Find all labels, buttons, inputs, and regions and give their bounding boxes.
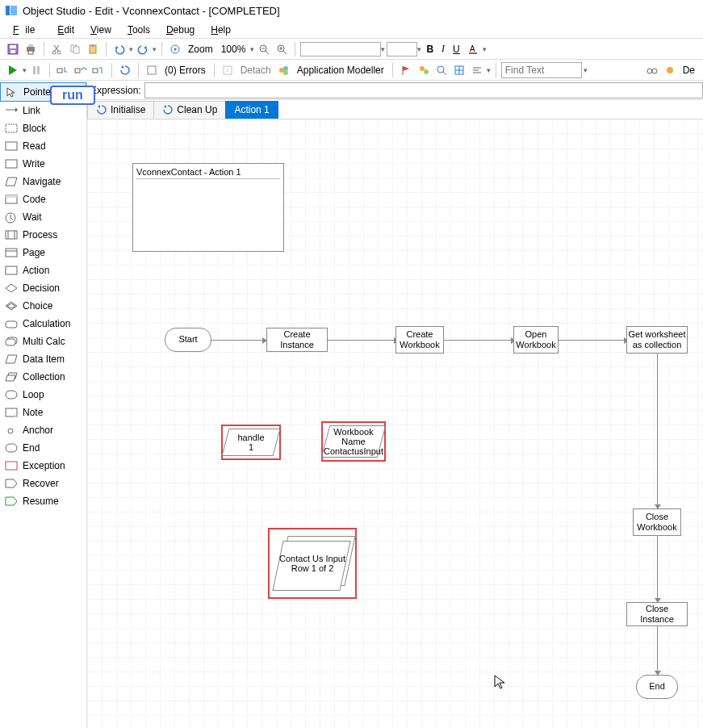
link-arrow [442,340,515,341]
data-item-handle[interactable]: handle 1 [221,425,281,460]
step-over-button[interactable] [73,62,89,78]
stage-end[interactable]: End [636,675,678,699]
reset-button[interactable] [117,62,133,78]
font-color-button[interactable]: A [465,41,481,57]
data-item-workbook-name[interactable]: Workbook Name ContactusInput [321,421,386,462]
palette-anchor[interactable]: Anchor [0,421,86,439]
diagram-canvas[interactable]: VconnexContact - Action 1 Start Create I… [87,119,703,728]
step-out-button[interactable] [90,62,107,78]
zoom-dropdown[interactable]: ▾ [250,45,254,53]
app-modeller-label[interactable]: Application Modeller [294,65,387,76]
stage-create-instance[interactable]: Create Instance [266,328,328,352]
palette-calculation[interactable]: Calculation [0,315,86,333]
undo-button[interactable] [111,41,128,57]
svg-point-36 [420,66,425,71]
stage-open-workbook[interactable]: Open Workbook [513,326,559,354]
stage-start[interactable]: Start [165,328,211,352]
palette-loop[interactable]: Loop [0,386,86,404]
menu-help[interactable]: Help [204,23,237,37]
font-size-arrow[interactable]: ▾ [417,45,421,53]
stage-close-instance[interactable]: Close Instance [626,602,688,626]
palette-read[interactable]: Read [0,137,86,155]
svg-rect-58 [6,231,17,239]
palette-recover[interactable]: Recover [0,475,86,492]
menu-debug[interactable]: Debug [160,23,201,37]
tab-action1[interactable]: Action 1 [225,101,278,119]
flag-button[interactable] [398,62,414,78]
zoom-target-icon[interactable] [167,41,183,57]
palette-resume[interactable]: Resume [0,492,86,510]
play-button[interactable] [5,62,21,78]
stage-create-workbook[interactable]: Create Workbook [395,326,444,354]
font-family-dropdown[interactable] [300,42,381,56]
detach-label[interactable]: Detach [237,65,274,76]
menu-tools[interactable]: Tools [121,23,157,37]
palette-block[interactable]: Block [0,119,86,137]
palette-multi-calc[interactable]: Multi Calc [0,333,86,350]
find-arrow[interactable]: ▾ [584,66,588,74]
stage-close-workbook[interactable]: Close Workbook [633,508,681,536]
palette-navigate[interactable]: Navigate [0,173,86,190]
bold-button[interactable]: B [423,44,437,55]
palette-end[interactable]: End [0,439,86,457]
print-button[interactable] [23,41,39,57]
binoculars-icon[interactable] [644,62,660,78]
save-button[interactable] [5,41,21,57]
collection-contact-us-input[interactable]: Contact Us Input Row 1 of 2 [268,528,357,599]
run-callout: run [50,86,95,105]
cut-button[interactable] [49,41,65,57]
font-size-dropdown[interactable] [387,42,417,56]
redo-dropdown[interactable]: ▾ [153,45,157,53]
errors-icon[interactable] [144,62,160,78]
app-modeller-icon[interactable] [276,62,292,78]
palette-wait[interactable]: Wait [0,208,86,226]
zoom-in-button[interactable] [274,41,290,57]
font-color-arrow[interactable]: ▾ [483,45,487,53]
palette-process[interactable]: Process [0,226,86,244]
svg-rect-69 [6,444,17,452]
gears-button[interactable] [416,62,432,78]
palette-choice[interactable]: Choice [0,297,86,315]
tab-cleanup-label: Clean Up [177,104,217,115]
italic-button[interactable]: I [438,43,448,55]
link-arrow [657,354,658,508]
page-info-box[interactable]: VconnexContact - Action 1 [132,163,284,252]
palette-exception[interactable]: Exception [0,457,86,475]
errors-label[interactable]: (0) Errors [161,65,209,76]
palette-action[interactable]: Action [0,261,86,279]
grid-button[interactable] [451,62,467,78]
undo-dropdown[interactable]: ▾ [129,45,133,53]
menu-file[interactable]: File [6,23,48,37]
paste-button[interactable] [85,41,101,57]
stage-get-worksheet[interactable]: Get worksheet as collection [626,326,688,354]
underline-button[interactable]: U [450,44,463,55]
font-family-arrow[interactable]: ▾ [381,45,385,53]
align-button[interactable] [469,62,485,78]
link-arrow [657,536,658,602]
gears2-icon[interactable] [662,62,678,78]
tab-cleanup[interactable]: Clean Up [153,101,226,119]
detach-icon[interactable] [220,62,236,78]
palette-note[interactable]: Note [0,404,86,421]
palette-data-item[interactable]: Data Item [0,350,86,368]
zoom-out-button[interactable] [256,41,272,57]
play-dropdown[interactable]: ▾ [23,66,27,74]
menu-view[interactable]: View [84,23,118,37]
align-arrow[interactable]: ▾ [487,66,491,74]
tab-initialise[interactable]: Initialise [87,101,154,119]
palette-decision[interactable]: Decision [0,279,86,297]
palette-collection[interactable]: Collection [0,368,86,386]
pause-button[interactable] [28,62,44,78]
zoom-value[interactable]: 100% [218,44,249,55]
step-into-button[interactable] [55,62,71,78]
palette-code[interactable]: Code [0,190,86,208]
find-tool-button[interactable] [433,62,450,78]
find-text-input[interactable] [501,62,582,78]
svg-point-38 [437,66,444,73]
expression-input[interactable] [144,82,703,98]
palette-page[interactable]: Page [0,244,86,261]
copy-button[interactable] [67,41,83,57]
palette-write[interactable]: Write [0,155,86,173]
menu-edit[interactable]: Edit [51,23,81,37]
redo-button[interactable] [135,41,151,57]
